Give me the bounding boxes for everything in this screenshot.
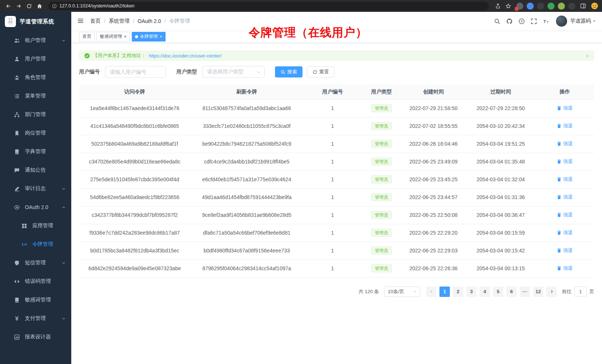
created-time-cell: 2022-06-25 23:44:57 (401, 188, 466, 206)
reload-icon[interactable] (24, 1, 33, 10)
breadcrumb-item[interactable]: 系统管理 (109, 18, 130, 24)
pagination-page-5[interactable]: 5 (493, 287, 503, 297)
user-id-input[interactable] (105, 66, 166, 78)
address-bar[interactable]: 127.0.0.1:1024/system/oauth2/token (48, 2, 489, 10)
user-name[interactable]: 芋道源码 (570, 18, 591, 24)
expire-time-cell: 2054-03-04 00:36:47 (466, 206, 535, 224)
sidebar-item-oauth[interactable]: OAuth 2.0 (0, 198, 71, 216)
breadcrumb-item[interactable]: OAuth 2.0 (138, 18, 161, 24)
app-logo[interactable]: 芋道管理系统 (0, 12, 71, 31)
breadcrumb-item[interactable]: 首页 (90, 18, 101, 24)
trash-icon (557, 106, 562, 110)
pagination-page-12[interactable]: 12 (533, 287, 543, 297)
sidebar-item-sms[interactable]: 短信管理 (0, 254, 71, 272)
table-header-row: 访问令牌刷新令牌用户编号用户类型创建时间过期时间操作 (79, 85, 594, 99)
force-logout-button[interactable]: 强退 (557, 229, 573, 236)
sidebar-item-label: OAuth 2.0 (25, 204, 48, 210)
column-header: 用户类型 (362, 85, 401, 99)
sidebar-item-dept[interactable]: 部门管理 (0, 105, 71, 124)
fullscreen-icon[interactable] (528, 15, 540, 27)
tab-close-icon[interactable]: × (124, 34, 127, 39)
force-logout-button[interactable]: 强退 (557, 140, 573, 147)
sidebar-item-code[interactable]: 错误码管理 (0, 272, 71, 291)
sidebar-item-report[interactable]: 报表设计器 (0, 328, 71, 346)
user-type-select[interactable]: 请选择用户类型 (202, 66, 265, 78)
chevron-down-icon[interactable] (592, 19, 596, 23)
access-token-cell: 275e5de9151045fe87cbdc395e004f4d (79, 171, 190, 188)
force-logout-button[interactable]: 强退 (557, 176, 573, 183)
help-icon[interactable]: ? (516, 15, 528, 27)
pagination-page-3[interactable]: 3 (466, 287, 477, 297)
force-logout-button[interactable]: 强退 (557, 212, 573, 218)
tab-close-icon[interactable]: × (160, 34, 162, 39)
goto-page-input[interactable] (574, 287, 587, 297)
force-logout-button[interactable]: 强退 (557, 194, 573, 201)
sidebar-item-pay[interactable]: 支付管理 (0, 309, 71, 328)
access-token-cell: 502375b8040a469a9b82188afdf6af1f (79, 135, 190, 153)
tab-item[interactable]: 首页 (79, 32, 95, 42)
extension-icon-1[interactable] (516, 3, 523, 10)
pagination-page-2[interactable]: 2 (453, 287, 463, 297)
search-button[interactable]: 搜索 (275, 66, 302, 77)
created-time-cell: 2022-06-25 22:29:03 (401, 242, 466, 259)
extension-icon-4[interactable] (547, 3, 554, 10)
extension-icon-2[interactable] (527, 3, 534, 10)
page-size-select[interactable]: 10条/页 (384, 287, 420, 297)
oauth-icon (14, 205, 20, 210)
font-size-icon[interactable]: TT (540, 15, 552, 27)
created-time-cell: 2022-06-25 22:26:36 (401, 259, 466, 277)
doc-link[interactable]: https://doc.iocoder.cn/user-center/ (149, 53, 222, 59)
sidebar-item-label: 角色管理 (25, 74, 46, 81)
sidebar-item-label: 部门管理 (25, 111, 46, 118)
pagination-next-button[interactable] (546, 287, 557, 297)
user-avatar[interactable] (556, 16, 567, 27)
sidebar-item-menu[interactable]: 菜单管理 (0, 87, 71, 105)
tab-item[interactable]: 敏感词管理× (96, 32, 130, 42)
pagination-page-1[interactable]: 1 (439, 287, 450, 297)
sidebar-item-token[interactable]: 令牌管理 (0, 235, 71, 254)
alert-close-icon[interactable]: × (586, 53, 589, 59)
browser-profile-avatar[interactable] (591, 2, 598, 10)
home-icon[interactable] (35, 1, 44, 10)
extension-icon-5[interactable] (558, 3, 565, 10)
extension-icon-3[interactable] (537, 3, 544, 10)
sidebar-item-audit[interactable]: 审计日志 (0, 179, 71, 198)
extension-icon-6[interactable] (568, 3, 575, 10)
forward-icon[interactable] (14, 1, 23, 10)
sidebar-item-dict[interactable]: 字典管理 (0, 142, 71, 161)
chevron-up-icon (62, 205, 66, 209)
sidebar-item-user[interactable]: 用户管理 (0, 50, 71, 68)
sidebar-item-sensitive[interactable]: 敏感词管理 (0, 291, 71, 309)
force-logout-button[interactable]: 强退 (557, 123, 573, 129)
user-type-label: 用户类型 (176, 69, 197, 75)
sidebar-item-notice[interactable]: 通知公告 (0, 161, 71, 179)
pagination-prev-button[interactable] (426, 287, 436, 297)
created-time-cell: 2022-07-29 21:58:50 (401, 99, 466, 117)
hamburger-icon[interactable] (77, 17, 85, 25)
pagination-page-4[interactable]: 4 (480, 287, 490, 297)
share-icon[interactable] (493, 1, 502, 10)
tab-item[interactable]: 令牌管理× (132, 32, 166, 42)
user-icon (14, 56, 20, 62)
pagination-ellipsis[interactable]: ··· (520, 287, 530, 297)
split-screen-icon[interactable] (579, 1, 588, 10)
github-icon[interactable] (503, 15, 516, 27)
user-id-cell: 1 (303, 206, 362, 224)
reset-button[interactable]: 重置 (307, 66, 334, 77)
search-icon[interactable] (491, 15, 503, 27)
force-logout-button[interactable]: 强退 (557, 247, 573, 254)
bookmark-star-icon[interactable] (504, 1, 513, 10)
sidebar-item-app[interactable]: 应用管理 (0, 216, 71, 235)
sidebar-item-tenant[interactable]: 租户管理 (0, 31, 71, 50)
site-info-icon[interactable] (52, 4, 57, 9)
created-time-cell: 2022-07-02 18:55:55 (401, 117, 466, 135)
sidebar-item-roles[interactable]: 角色管理 (0, 68, 71, 87)
force-logout-button[interactable]: 强退 (557, 265, 573, 272)
back-icon[interactable] (4, 1, 13, 10)
force-logout-button[interactable]: 强退 (557, 105, 573, 112)
table-row: 6d842e2924594de9a09e45e087323abe8796295f… (79, 259, 594, 277)
sidebar-item-post[interactable]: 岗位管理 (0, 124, 71, 142)
expire-time-cell: 2054-03-04 01:31:36 (466, 188, 535, 206)
force-logout-button[interactable]: 强退 (557, 158, 573, 165)
pagination-page-6[interactable]: 6 (506, 287, 517, 297)
